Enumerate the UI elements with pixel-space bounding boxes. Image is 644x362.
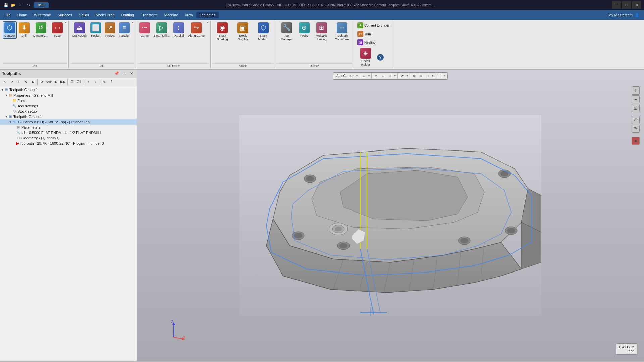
help-icon[interactable]: ? [377, 54, 384, 61]
vp-zoomin-btn[interactable]: ⊕ [411, 74, 417, 78]
expand-contour1[interactable]: ▼ [9, 120, 12, 124]
ribbon-btn-swarf[interactable]: ▷ Swarf Milli... [152, 21, 172, 39]
maximize-btn[interactable]: □ [622, 1, 631, 9]
expand-props[interactable]: ▼ [5, 94, 8, 97]
tb-verify[interactable]: ▶▶ [60, 79, 66, 85]
tb-up[interactable]: ↑ [85, 79, 92, 85]
tb-post[interactable]: G [69, 79, 75, 85]
nav-red-btn[interactable]: ● [632, 137, 640, 145]
tree-contour1[interactable]: ▼ ✎ 1 - Contour (2D) - [WCS: Top] - [Tpl… [0, 119, 137, 125]
tb-deselect[interactable]: ↗ [8, 79, 15, 85]
ribbon-btn-dynamic[interactable]: ↺ Dynamic ... [32, 21, 50, 39]
tb-highfeed[interactable]: G1 [76, 79, 83, 85]
ribbon-btn-stock-model[interactable]: ⬡ Stock Model... [253, 21, 273, 42]
menu-wireframe[interactable]: Wireframe [31, 12, 54, 18]
tree-params[interactable]: ⊞ Parameters [0, 125, 137, 130]
ribbon-btn-convert5[interactable]: ✦ Convert to 5-axis [356, 21, 391, 29]
tree-group2[interactable]: ▼ ⊞ Toolpath Group-1 [0, 114, 137, 119]
ribbon-btn-trim[interactable]: ✂ Trim [356, 30, 391, 38]
tb-simulate[interactable]: ▶ [53, 79, 59, 85]
nav-fit[interactable]: ⊡ [632, 104, 640, 112]
vp-autocursor-arrow[interactable]: ▼ [356, 75, 358, 77]
vp-snap-btn[interactable]: ⊙ [361, 74, 367, 78]
tree-tool-settings[interactable]: 🔧 Tool settings [0, 103, 137, 109]
open-btn[interactable]: 📂 [10, 2, 17, 8]
tree-stock-setup[interactable]: ⬡ Stock setup [0, 109, 137, 114]
2d-dropdown-arrow[interactable]: ▼ [65, 21, 67, 24]
tree-endmill[interactable]: 🔧 #1 - 0.5000 FLAT ENDMILL - 1/2 FLAT EN… [0, 130, 137, 135]
menu-home[interactable]: Home [14, 12, 31, 18]
tb-regenerate[interactable]: ⟳ [39, 79, 45, 85]
nav-rotate-right[interactable]: ↷ [632, 125, 640, 133]
vp-grid-btn[interactable]: ⊞ [387, 74, 393, 78]
panel-close-btn[interactable]: ✕ [128, 71, 135, 77]
vp-autocursor-btn[interactable]: AutoCursor [335, 74, 355, 78]
vp-layers-btn[interactable]: ☰ [437, 74, 443, 78]
ribbon-btn-face[interactable]: ▭ Face [50, 21, 64, 39]
vp-refresh-arrow[interactable]: ▼ [406, 75, 408, 77]
vp-pen-btn[interactable]: ✏ [373, 74, 379, 78]
menu-toolpaths[interactable]: Toolpaths [196, 12, 219, 18]
ribbon-btn-parallel[interactable]: ≡ Parallel [117, 21, 131, 39]
multiaxis-dropdown-arrow[interactable]: ▼ [207, 21, 209, 24]
tree-group1[interactable]: ▼ ⊞ Toolpath Group 1 [0, 87, 137, 93]
panel-pin-btn[interactable]: 📌 [114, 71, 120, 77]
nav-zoom-out[interactable]: − [632, 95, 640, 103]
ribbon-btn-stock-shading[interactable]: ◉ Stock Shading [212, 21, 232, 42]
viewport[interactable]: AutoCursor ▼ ⊙ ▼ ✏ ↔ ⊞ ▼ ⟳ ▼ ⊕ ⊖ ⊡ ▼ ☰ ▼ [137, 70, 644, 361]
ribbon-btn-probe[interactable]: ⊕ Probe [297, 21, 311, 39]
menu-transform[interactable]: Transform [138, 12, 161, 18]
ribbon-btn-pocket[interactable]: ⬜ Pocket [89, 21, 103, 39]
nav-zoom-in[interactable]: + [632, 86, 640, 95]
ribbon-btn-stock-display[interactable]: ▣ Stock Display [233, 21, 253, 42]
ribbon-btn-parallel2[interactable]: ⫾ Parallel [172, 21, 186, 39]
tb-select-all[interactable]: ↖ [1, 79, 8, 85]
ribbon-btn-along[interactable]: ↪ Along Curve [186, 21, 206, 39]
tree-toolpath-nc[interactable]: ▶ Toolpath - 29.7K - 1600-22.NC - Progra… [0, 141, 137, 146]
ribbon-btn-contour[interactable]: ⬡ Contour [3, 21, 17, 39]
tb-delete[interactable]: ✕ [22, 79, 29, 85]
redo-btn[interactable]: ↪ [25, 2, 32, 8]
expand-group1[interactable]: ▼ [1, 88, 4, 92]
vp-layers-arrow[interactable]: ▼ [444, 75, 446, 77]
ribbon-btn-check-holder[interactable]: ⊕ Check Holder [356, 47, 376, 68]
tb-help[interactable]: ? [108, 79, 115, 85]
vp-grid-arrow[interactable]: ▼ [394, 75, 396, 77]
vp-fit-btn[interactable]: ⊡ [425, 74, 431, 78]
app-mode-tab[interactable]: Mill [34, 2, 49, 8]
ribbon-btn-toolpath-transform[interactable]: ↔ Toolpath Transform [332, 21, 352, 42]
close-btn[interactable]: ✕ [632, 1, 641, 9]
minimize-btn[interactable]: ─ [612, 1, 621, 9]
vp-fit-arrow[interactable]: ▼ [431, 75, 434, 77]
menu-machine[interactable]: Machine [161, 12, 182, 18]
ribbon-btn-project[interactable]: ↗ Project [103, 21, 117, 39]
3d-dropdown-arrow[interactable]: ▼ [132, 21, 134, 24]
tb-expand[interactable]: + [15, 79, 22, 85]
vp-zoomout-btn[interactable]: ⊖ [418, 74, 424, 78]
ribbon-btn-nesting[interactable]: ⊟ Nesting [356, 38, 391, 46]
menu-file[interactable]: File [1, 12, 14, 18]
menu-model-prep[interactable]: Model Prep [92, 12, 118, 18]
ribbon-btn-drill[interactable]: ⬇ Drill [17, 21, 31, 39]
tb-edit[interactable]: ✎ [101, 79, 108, 85]
nav-rotate-left[interactable]: ↶ [632, 116, 640, 124]
vp-move-btn[interactable]: ↔ [380, 74, 386, 78]
menu-drafting[interactable]: Drafting [118, 12, 138, 18]
vp-snap-arrow[interactable]: ▼ [368, 75, 370, 77]
menu-view[interactable]: View [181, 12, 196, 18]
tree-geometry[interactable]: ⬡ Geometry - (1) chain(s) [0, 135, 137, 141]
menu-solids[interactable]: Solids [75, 12, 92, 18]
vp-refresh-btn[interactable]: ⟳ [399, 74, 405, 78]
ribbon-btn-tool-manager[interactable]: 🔧 Tool Manager [277, 21, 297, 42]
tree-files[interactable]: 📁 Files [0, 98, 137, 103]
ribbon-btn-multiaxis-linking[interactable]: ⊞ Multiaxis Linking [312, 21, 332, 42]
tb-down[interactable]: ↓ [92, 79, 99, 85]
expand-group2[interactable]: ▼ [5, 115, 8, 118]
save-btn[interactable]: 💾 [3, 2, 9, 8]
tree-props[interactable]: ▼ ⊟ Properties - Generic Mill [0, 93, 137, 98]
panel-minimize-btn[interactable]: ─ [121, 71, 127, 77]
ribbon-btn-optirough[interactable]: ⛰ OptiRough [70, 21, 88, 39]
menu-surfaces[interactable]: Surfaces [54, 12, 75, 18]
tb-regenerate-all[interactable]: ⟳⟳ [46, 79, 52, 85]
tb-properties[interactable]: ⚙ [30, 79, 36, 85]
